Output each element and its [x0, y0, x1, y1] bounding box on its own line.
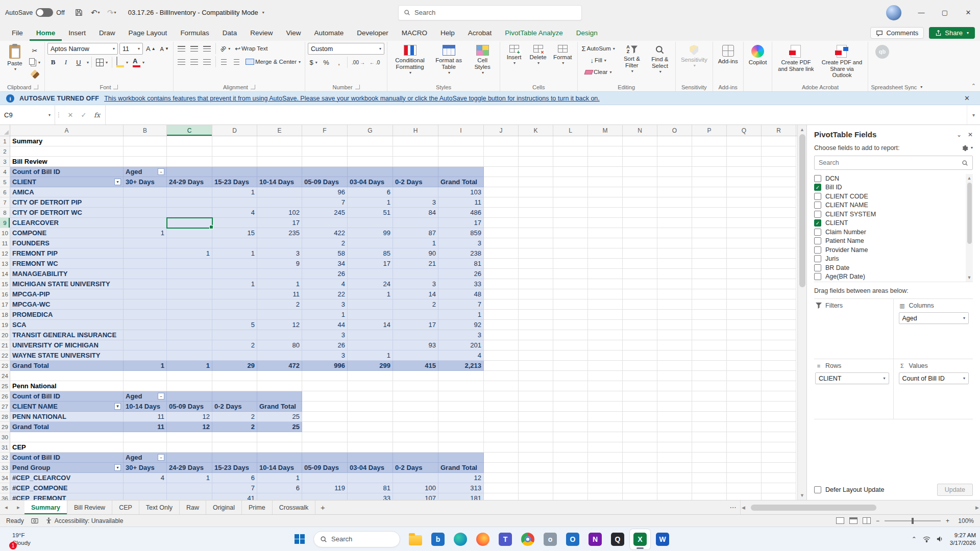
- cell-P24[interactable]: [692, 371, 727, 381]
- cell-N31[interactable]: [623, 442, 657, 453]
- cell-I10[interactable]: 859: [438, 228, 484, 238]
- sort-filter-button[interactable]: AZ Sort & Filter▾: [618, 43, 646, 82]
- cell-Q32[interactable]: [727, 453, 762, 463]
- cell-B16[interactable]: [124, 289, 167, 299]
- fields-search-input[interactable]: [819, 159, 959, 166]
- cell-L25[interactable]: [553, 381, 588, 391]
- cell-C23[interactable]: 1: [167, 361, 212, 371]
- cell-B33[interactable]: 30+ Days: [124, 463, 167, 473]
- cell-P20[interactable]: [692, 330, 727, 340]
- cell-B32[interactable]: Aged–: [124, 453, 167, 463]
- cell-R19[interactable]: [762, 320, 796, 330]
- zoom-slider[interactable]: [885, 520, 941, 521]
- cell-B34[interactable]: 4: [124, 473, 167, 483]
- row-header-33[interactable]: 33: [0, 463, 10, 473]
- cell-P18[interactable]: [692, 310, 727, 320]
- cell-J27[interactable]: [484, 402, 519, 412]
- cell-O18[interactable]: [657, 310, 692, 320]
- cell-K24[interactable]: [519, 371, 553, 381]
- cell-B21[interactable]: [124, 340, 167, 350]
- cell-G20[interactable]: [348, 330, 393, 340]
- cell-P27[interactable]: [692, 402, 727, 412]
- cell-N17[interactable]: [623, 299, 657, 310]
- row-header-2[interactable]: 2: [0, 146, 10, 157]
- cell-F30[interactable]: [302, 432, 348, 442]
- cell-M19[interactable]: [588, 320, 623, 330]
- cell-P13[interactable]: [692, 259, 727, 269]
- cell-R16[interactable]: [762, 289, 796, 299]
- cell-N18[interactable]: [623, 310, 657, 320]
- cell-R23[interactable]: [762, 361, 796, 371]
- cell-G2[interactable]: [348, 146, 393, 157]
- taskbar-word-icon[interactable]: W: [652, 529, 673, 549]
- cell-M22[interactable]: [588, 350, 623, 361]
- cell-K5[interactable]: [519, 177, 553, 187]
- font-name-select[interactable]: Aptos Narrow▾: [47, 43, 118, 55]
- percent-button[interactable]: %: [321, 57, 332, 68]
- cell-A9[interactable]: CLEARCOVER: [10, 218, 124, 228]
- cell-Q9[interactable]: [727, 218, 762, 228]
- cell-F24[interactable]: [302, 371, 348, 381]
- cell-E10[interactable]: 235: [257, 228, 302, 238]
- cell-I28[interactable]: [438, 412, 484, 422]
- cell-N16[interactable]: [623, 289, 657, 299]
- field-item-bill-id[interactable]: ✓Bill ID: [814, 183, 966, 192]
- cell-A1[interactable]: Summary: [10, 136, 124, 146]
- cell-M10[interactable]: [588, 228, 623, 238]
- align-bottom-button[interactable]: [202, 43, 213, 54]
- cell-I15[interactable]: 33: [438, 279, 484, 289]
- cell-L14[interactable]: [553, 269, 588, 279]
- cell-N2[interactable]: [623, 146, 657, 157]
- cell-J33[interactable]: [484, 463, 519, 473]
- font-size-select[interactable]: 11▾: [119, 43, 143, 55]
- cell-G3[interactable]: [348, 157, 393, 167]
- merge-center-button[interactable]: Merge & Center▾: [244, 56, 302, 67]
- cell-I22[interactable]: 4: [438, 350, 484, 361]
- cell-D25[interactable]: [212, 381, 257, 391]
- cell-F1[interactable]: [302, 136, 348, 146]
- cell-N4[interactable]: [623, 167, 657, 177]
- row-header-35[interactable]: 35: [0, 483, 10, 493]
- cell-N35[interactable]: [623, 483, 657, 493]
- cell-R15[interactable]: [762, 279, 796, 289]
- cell-E35[interactable]: 6: [257, 483, 302, 493]
- cell-K12[interactable]: [519, 248, 553, 259]
- cell-G24[interactable]: [348, 371, 393, 381]
- cell-M11[interactable]: [588, 238, 623, 248]
- fields-scroll-down-icon[interactable]: ▼: [967, 274, 972, 281]
- row-header-19[interactable]: 19: [0, 320, 10, 330]
- cell-E32[interactable]: [257, 453, 302, 463]
- cell-B14[interactable]: [124, 269, 167, 279]
- row-header-31[interactable]: 31: [0, 442, 10, 453]
- fields-search[interactable]: [814, 156, 973, 170]
- row-header-3[interactable]: 3: [0, 157, 10, 167]
- cell-N36[interactable]: [623, 493, 657, 500]
- cell-D8[interactable]: 4: [212, 208, 257, 218]
- cell-C6[interactable]: [167, 187, 212, 197]
- cell-I6[interactable]: 103: [438, 187, 484, 197]
- number-dialog-launcher[interactable]: [355, 85, 360, 89]
- cell-K29[interactable]: [519, 422, 553, 432]
- cell-E1[interactable]: [257, 136, 302, 146]
- cell-J29[interactable]: [484, 422, 519, 432]
- cell-A15[interactable]: MICHIGAN STATE UNIVERSITY: [10, 279, 124, 289]
- clear-button[interactable]: Clear▾: [580, 66, 617, 78]
- cell-Q21[interactable]: [727, 340, 762, 350]
- cell-A4[interactable]: Count of Bill ID: [10, 167, 124, 177]
- defer-layout-checkbox[interactable]: [814, 486, 821, 493]
- cell-G35[interactable]: 81: [348, 483, 393, 493]
- ribbon-tab-page-layout[interactable]: Page Layout: [122, 25, 174, 41]
- cell-F5[interactable]: 05-09 Days: [302, 177, 348, 187]
- cell-I12[interactable]: 238: [438, 248, 484, 259]
- cell-P11[interactable]: [692, 238, 727, 248]
- sheet-tab-prime[interactable]: Prime: [242, 500, 273, 514]
- vertical-scrollbar[interactable]: ▲ ▼: [797, 125, 806, 500]
- cell-O32[interactable]: [657, 453, 692, 463]
- sheet-nav-right-icon[interactable]: ▸: [12, 500, 24, 514]
- cell-P34[interactable]: [692, 473, 727, 483]
- cell-Q7[interactable]: [727, 197, 762, 208]
- cell-D2[interactable]: [212, 146, 257, 157]
- cell-F21[interactable]: 26: [302, 340, 348, 350]
- cell-M8[interactable]: [588, 208, 623, 218]
- cut-button[interactable]: ✂: [28, 45, 42, 56]
